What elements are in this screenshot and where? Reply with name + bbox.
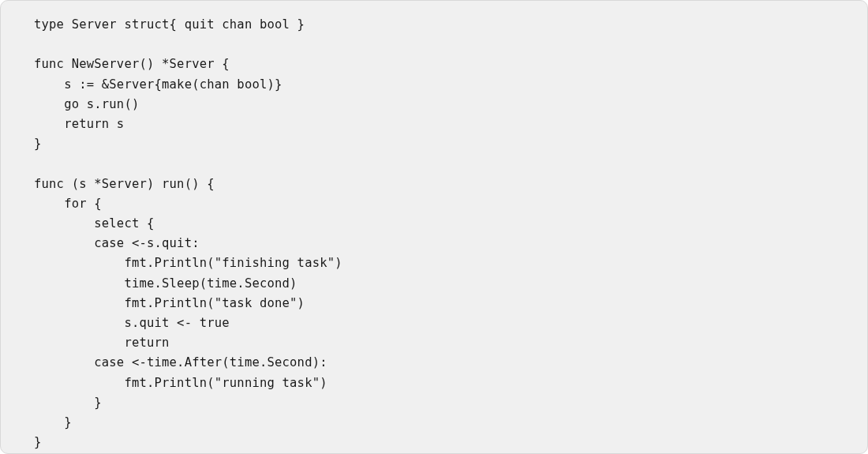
code-content: type Server struct{ quit chan bool } fun… [34, 15, 834, 452]
code-block: type Server struct{ quit chan bool } fun… [0, 0, 868, 454]
